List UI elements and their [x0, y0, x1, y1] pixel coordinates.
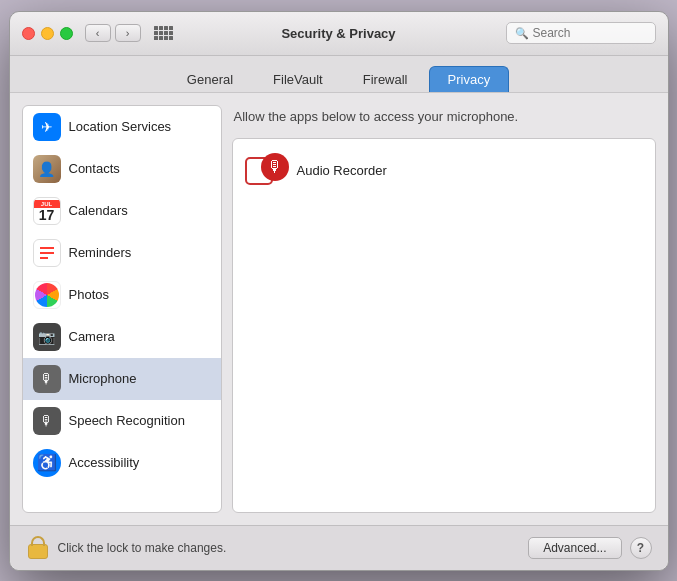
- lock-body: [28, 544, 48, 559]
- forward-button[interactable]: ›: [115, 24, 141, 42]
- sidebar-item-reminders[interactable]: Reminders: [23, 232, 221, 274]
- sidebar-label-contacts: Contacts: [69, 161, 120, 176]
- maximize-button[interactable]: [60, 27, 73, 40]
- lock-container[interactable]: Click the lock to make changes.: [26, 534, 529, 562]
- location-icon: ✈: [33, 113, 61, 141]
- lock-text: Click the lock to make changes.: [58, 541, 227, 555]
- sidebar-item-camera[interactable]: 📷 Camera: [23, 316, 221, 358]
- sidebar-label-microphone: Microphone: [69, 371, 137, 386]
- lock-icon: [26, 534, 50, 562]
- tabs: General FileVault Firewall Privacy: [10, 56, 668, 93]
- accessibility-icon: ♿: [33, 449, 61, 477]
- sidebar-item-contacts[interactable]: 👤 Contacts: [23, 148, 221, 190]
- tab-general[interactable]: General: [168, 66, 252, 92]
- sidebar-item-microphone[interactable]: 🎙 Microphone: [23, 358, 221, 400]
- titlebar: ‹ › Security & Privacy 🔍: [10, 12, 668, 56]
- advanced-button[interactable]: Advanced...: [528, 537, 621, 559]
- back-button[interactable]: ‹: [85, 24, 111, 42]
- calendars-icon: JUL 17: [33, 197, 61, 225]
- reminders-icon: [33, 239, 61, 267]
- window-title: Security & Privacy: [281, 26, 395, 41]
- app-icon-front: 🎙: [261, 153, 289, 181]
- window: ‹ › Security & Privacy 🔍 General FileVau…: [9, 11, 669, 571]
- help-button[interactable]: ?: [630, 537, 652, 559]
- sidebar-label-photos: Photos: [69, 287, 109, 302]
- sidebar-item-photos[interactable]: Photos: [23, 274, 221, 316]
- app-name: Audio Recorder: [297, 163, 387, 178]
- grid-button[interactable]: [149, 22, 179, 44]
- camera-icon: 📷: [33, 323, 61, 351]
- app-list: 🎙 Audio Recorder: [232, 138, 656, 513]
- sidebar-label-reminders: Reminders: [69, 245, 132, 260]
- sidebar: ✈ Location Services 👤 Contacts JUL 17 Ca…: [22, 105, 222, 513]
- sidebar-label-location-services: Location Services: [69, 119, 172, 134]
- grid-icon: [154, 26, 173, 40]
- contacts-icon: 👤: [33, 155, 61, 183]
- bottom-bar: Click the lock to make changes. Advanced…: [10, 525, 668, 570]
- sidebar-label-accessibility: Accessibility: [69, 455, 140, 470]
- panel-description: Allow the apps below to access your micr…: [232, 105, 656, 128]
- list-item: 🎙 Audio Recorder: [241, 147, 647, 195]
- traffic-lights: [22, 27, 73, 40]
- sidebar-label-calendars: Calendars: [69, 203, 128, 218]
- tab-firewall[interactable]: Firewall: [344, 66, 427, 92]
- main-content: ✈ Location Services 👤 Contacts JUL 17 Ca…: [10, 93, 668, 525]
- sidebar-label-camera: Camera: [69, 329, 115, 344]
- sidebar-item-speech-recognition[interactable]: 🎙 Speech Recognition: [23, 400, 221, 442]
- sidebar-item-calendars[interactable]: JUL 17 Calendars: [23, 190, 221, 232]
- tab-filevault[interactable]: FileVault: [254, 66, 342, 92]
- search-input[interactable]: [533, 26, 647, 40]
- bottom-buttons: Advanced... ?: [528, 537, 651, 559]
- right-panel: Allow the apps below to access your micr…: [232, 105, 656, 513]
- sidebar-label-speech-recognition: Speech Recognition: [69, 413, 185, 428]
- app-icon-group: 🎙: [245, 153, 289, 189]
- photos-icon: [33, 281, 61, 309]
- speech-icon: 🎙: [33, 407, 61, 435]
- microphone-icon: 🎙: [33, 365, 61, 393]
- nav-buttons: ‹ ›: [85, 24, 141, 42]
- close-button[interactable]: [22, 27, 35, 40]
- calendar-day: 17: [39, 208, 55, 222]
- search-bar[interactable]: 🔍: [506, 22, 656, 44]
- sidebar-item-location-services[interactable]: ✈ Location Services: [23, 106, 221, 148]
- minimize-button[interactable]: [41, 27, 54, 40]
- tab-privacy[interactable]: Privacy: [429, 66, 510, 92]
- sidebar-item-accessibility[interactable]: ♿ Accessibility: [23, 442, 221, 484]
- search-icon: 🔍: [515, 27, 529, 40]
- lock-shackle: [31, 536, 45, 546]
